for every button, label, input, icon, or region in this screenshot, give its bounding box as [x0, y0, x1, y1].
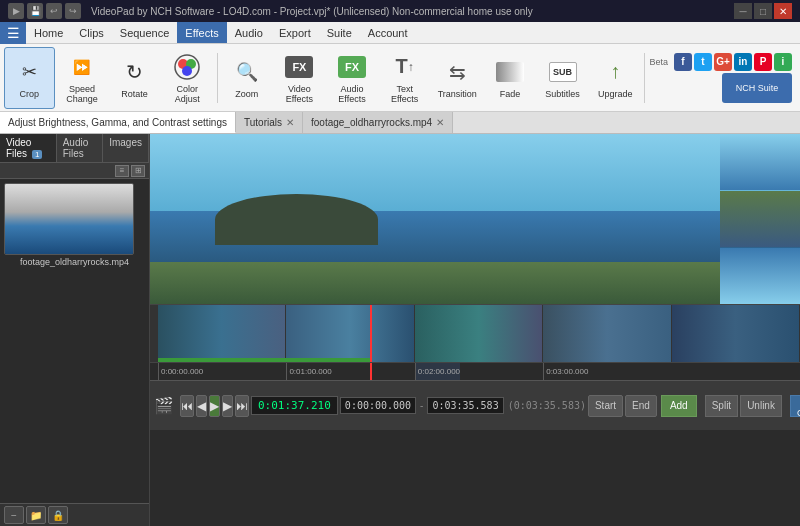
hamburger-menu[interactable]: ☰: [0, 22, 26, 44]
menu-export[interactable]: Export: [271, 22, 319, 43]
linkedin-icon[interactable]: in: [734, 53, 752, 71]
minimize-button[interactable]: ─: [734, 3, 752, 19]
go-to-start-button[interactable]: ⏮: [180, 395, 194, 417]
svg-point-3: [182, 66, 192, 76]
tab-audio-files[interactable]: Audio Files: [57, 134, 104, 162]
menu-account[interactable]: Account: [360, 22, 416, 43]
tool-zoom[interactable]: 🔍 Zoom: [221, 47, 272, 109]
quick-access-undo[interactable]: ↩: [46, 3, 62, 19]
app-icon: ▶: [8, 3, 24, 19]
list-view-btn[interactable]: ≡: [115, 165, 129, 177]
tab-footage-close[interactable]: ✕: [436, 117, 444, 128]
nch-suite-button[interactable]: NCH Suite: [722, 73, 792, 103]
tool-transition[interactable]: ⇆ Transition: [432, 47, 483, 109]
tool-fade[interactable]: Fade: [485, 47, 536, 109]
transition-icon: ⇆: [441, 56, 473, 88]
video-files-badge: 1: [32, 150, 42, 159]
start-button[interactable]: Start: [588, 395, 623, 417]
tool-fade-label: Fade: [500, 90, 521, 100]
unlink-button[interactable]: Unlink: [740, 395, 782, 417]
file-content: footage_oldharryrocks.mp4: [0, 179, 149, 503]
go-to-end-button[interactable]: ⏭: [235, 395, 249, 417]
tool-transition-label: Transition: [438, 90, 477, 100]
tool-subtitles[interactable]: SUB Subtitles: [537, 47, 588, 109]
end-button[interactable]: End: [625, 395, 657, 417]
step-back-button[interactable]: ◀: [196, 395, 207, 417]
tab-adjust-label: Adjust Brightness, Gamma, and Contrast s…: [8, 117, 227, 128]
menu-sequence[interactable]: Sequence: [112, 22, 178, 43]
video-files-label: Video Files: [6, 137, 31, 159]
list-item[interactable]: footage_oldharryrocks.mp4: [4, 183, 145, 267]
toolbar-separator-2: [644, 53, 645, 103]
maximize-button[interactable]: □: [754, 3, 772, 19]
tab-tutorials-label: Tutorials: [244, 117, 282, 128]
menu-audio[interactable]: Audio: [227, 22, 271, 43]
menubar: ☰ Home Clips Sequence Effects Audio Expo…: [0, 22, 800, 44]
text-effects-icon: T↑: [389, 51, 421, 83]
menu-effects[interactable]: Effects: [177, 22, 226, 43]
audio-effects-icon: FX: [336, 51, 368, 83]
panel-folder-btn[interactable]: 📁: [26, 506, 46, 524]
add-button[interactable]: Add: [661, 395, 697, 417]
play-button[interactable]: ▶: [209, 395, 220, 417]
file-item-name: footage_oldharryrocks.mp4: [4, 257, 145, 267]
timeline-strip: [150, 304, 800, 362]
tool-subtitles-label: Subtitles: [545, 90, 580, 100]
google-plus-icon[interactable]: G+: [714, 53, 732, 71]
duration-display: (0:03:35.583): [508, 400, 586, 411]
preview-video: [150, 134, 800, 304]
split-button[interactable]: Split: [705, 395, 738, 417]
playback-bar: 🎬 ⏮ ◀ ▶ ▶ ⏭ 0:01:37.210 0:00:00.000 - 0:…: [150, 380, 800, 430]
tab-footage-label: footage_oldharryrocks.mp4: [311, 117, 432, 128]
tab-tutorials[interactable]: Tutorials ✕: [236, 112, 303, 133]
tab-bar: Adjust Brightness, Gamma, and Contrast s…: [0, 112, 800, 134]
tool-video-effects[interactable]: FX Video Effects: [274, 47, 325, 109]
grid-view-btn[interactable]: ⊞: [131, 165, 145, 177]
tab-tutorials-close[interactable]: ✕: [286, 117, 294, 128]
window-title: VideoPad by NCH Software - LO4D.com - Pr…: [91, 6, 533, 17]
color-adjust-icon: [171, 51, 203, 83]
tool-text-effects[interactable]: T↑ Text Effects: [379, 47, 430, 109]
window-controls[interactable]: ─ □ ✕: [734, 3, 792, 19]
rotate-icon: ↻: [119, 56, 151, 88]
nch-suite-label: NCH Suite: [736, 83, 779, 93]
tab-footage[interactable]: footage_oldharryrocks.mp4 ✕: [303, 112, 453, 133]
menu-home[interactable]: Home: [26, 22, 71, 43]
video-effects-icon: FX: [283, 51, 315, 83]
panel-lock-btn[interactable]: 🔒: [48, 506, 68, 524]
preview-section: 0:00:00.000 0:01:00.000 0:02:00.000 0:03…: [150, 134, 800, 526]
tool-upgrade[interactable]: ↑ Upgrade: [590, 47, 641, 109]
titlebar-left: ▶ 💾 ↩ ↪ VideoPad by NCH Software - LO4D.…: [8, 3, 533, 19]
tool-audio-fx-label: Audio Effects: [330, 85, 375, 105]
panel-icons: − 📁 🔒: [0, 503, 149, 526]
time-ruler-strip: 0:00:00.000 0:01:00.000 0:02:00.000 0:03…: [150, 362, 800, 380]
camera-icon: 🎬: [154, 396, 174, 415]
tab-video-files[interactable]: Video Files 1: [0, 134, 57, 162]
step-forward-button[interactable]: ▶: [222, 395, 233, 417]
facebook-icon[interactable]: f: [674, 53, 692, 71]
tool-text-label: Text Effects: [382, 85, 427, 105]
close-button[interactable]: ✕: [774, 3, 792, 19]
upgrade-icon: ↑: [599, 56, 631, 88]
quick-access-save[interactable]: 💾: [27, 3, 43, 19]
info-icon[interactable]: i: [774, 53, 792, 71]
quick-access-redo[interactable]: ↪: [65, 3, 81, 19]
tool-speed-change[interactable]: ⏩ Speed Change: [57, 47, 108, 109]
images-label: Images: [109, 137, 142, 148]
hamburger-icon: ☰: [7, 25, 20, 41]
menu-suite[interactable]: Suite: [319, 22, 360, 43]
tab-adjust[interactable]: Adjust Brightness, Gamma, and Contrast s…: [0, 112, 236, 133]
speed-change-icon: ⏩: [66, 51, 98, 83]
tool-color-adjust[interactable]: Color Adjust: [162, 47, 213, 109]
panel-minus-btn[interactable]: −: [4, 506, 24, 524]
twitter-icon[interactable]: t: [694, 53, 712, 71]
3d-options-button[interactable]: 3D Options: [790, 395, 800, 417]
menu-clips[interactable]: Clips: [71, 22, 111, 43]
file-thumbnail: [4, 183, 134, 255]
pinterest-icon[interactable]: P: [754, 53, 772, 71]
tool-rotate[interactable]: ↻ Rotate: [109, 47, 160, 109]
crop-icon: ✂: [13, 56, 45, 88]
tab-images[interactable]: Images: [103, 134, 149, 162]
tool-audio-effects[interactable]: FX Audio Effects: [327, 47, 378, 109]
tool-crop[interactable]: ✂ Crop: [4, 47, 55, 109]
